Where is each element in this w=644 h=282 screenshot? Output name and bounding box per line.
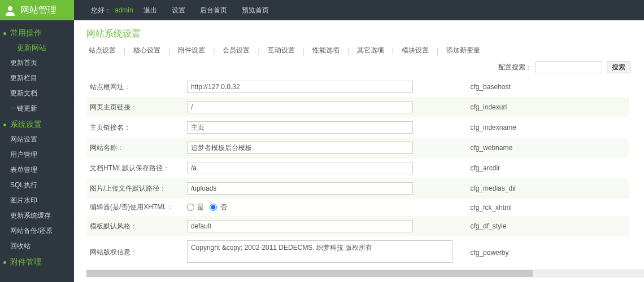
content-area: 网站系统设置 站点设置|核心设置|附件设置|会员设置|互动设置|性能选项|其它选… [74,20,644,282]
topbar-link[interactable]: 后台首页 [200,6,227,14]
config-text-input[interactable] [187,81,413,93]
config-text-input[interactable] [187,162,413,174]
sidebar-item[interactable]: 更新文档 [0,86,74,101]
config-key: cfg_indexname [467,117,629,138]
sidebar: 网站管理 常用操作更新网站更新首页更新栏目更新文档一键更新系统设置网站设置用户管… [0,0,74,282]
config-label: 网页主页链接： [86,97,184,117]
config-tabs: 站点设置|核心设置|附件设置|会员设置|互动设置|性能选项|其它选项|模块设置|… [86,46,644,55]
config-text-input[interactable] [187,101,413,113]
config-key: cfg_basehost [467,77,629,97]
search-button[interactable]: 搜索 [607,61,630,73]
config-label: 主页链接名： [86,117,184,138]
config-row: 模板默认风格：cfg_df_style [86,216,629,236]
config-tab[interactable]: 模块设置 [399,46,431,55]
config-key: cfg_indexurl [467,97,629,117]
config-key: cfg_df_style [467,216,629,236]
config-text-input[interactable] [187,142,413,154]
sidebar-item[interactable]: 回收站 [0,239,74,254]
sidebar-item[interactable]: 网站设置 [0,132,74,147]
config-label: 图片/上传文件默认路径： [86,178,184,199]
config-label: 网站版权信息： [86,236,184,268]
separator: | [297,47,310,55]
config-input-cell [184,138,467,158]
scrollbar-thumb[interactable] [86,270,533,277]
config-input-cell [184,77,467,97]
sidebar-category[interactable]: 常用操作 [0,25,74,41]
config-row: 主页链接名：cfg_indexname [86,117,629,138]
separator: | [431,47,444,55]
topbar-link[interactable]: 设置 [172,6,185,14]
config-label: 模板默认风格： [86,216,184,236]
config-row: 网站名称：cfg_webname [86,138,629,158]
separator: | [163,47,176,55]
config-key: cfg_arcdir [467,158,629,178]
config-row: 网站版权信息：cfg_powerby [86,236,629,268]
config-input-cell [184,158,467,178]
sidebar-item[interactable]: 表单管理 [0,162,74,178]
config-row: 网页主页链接：cfg_indexurl [86,97,629,117]
greeting-label: 您好： [91,6,111,15]
sidebar-header: 网站管理 [0,0,74,20]
config-tab[interactable]: 核心设置 [131,46,163,55]
config-row: 文档HTML默认保存路径：cfg_arcdir [86,158,629,178]
sidebar-category[interactable]: 系统设置 [0,116,74,132]
config-text-input[interactable] [187,182,413,195]
config-input-cell [184,178,467,199]
search-input[interactable] [536,61,602,73]
horizontal-scrollbar[interactable] [86,270,644,277]
config-textarea[interactable] [187,240,452,263]
config-tab[interactable]: 站点设置 [86,46,118,55]
config-key: cfg_powerby [467,236,629,268]
config-tab[interactable]: 互动设置 [266,46,297,55]
sidebar-item[interactable]: 更新栏目 [0,70,74,86]
config-label: 编辑器(是/否)使用XHTML： [86,199,184,216]
topbar-link[interactable]: 退出 [143,6,157,14]
radio-label[interactable]: 是 [187,203,204,211]
config-input-cell [184,236,467,268]
config-search-row: 配置搜索： 搜索 [86,61,644,73]
separator: | [386,47,399,55]
radio-input[interactable] [187,204,194,211]
user-icon [5,5,16,16]
config-input-cell [184,216,467,236]
sidebar-item[interactable]: 一键更新 [0,101,74,116]
config-tab[interactable]: 其它选项 [355,46,386,55]
config-label: 站点根网址： [86,77,184,97]
sidebar-item[interactable]: 网站备份/还原 [0,223,74,239]
config-label: 文档HTML默认保存路径： [86,158,184,178]
config-input-cell: 是 否 [184,199,467,216]
separator: | [252,47,265,55]
search-label: 配置搜索： [498,63,532,72]
config-key: cfg_webname [467,138,629,158]
config-text-input[interactable] [187,121,413,134]
sidebar-item[interactable]: SQL执行 [0,178,74,193]
separator: | [118,47,131,55]
config-text-input[interactable] [187,220,413,232]
sidebar-item[interactable]: 图片水印 [0,193,74,208]
page-title: 网站系统设置 [86,28,644,40]
separator: | [342,47,355,55]
topbar-link[interactable]: 预览首页 [242,6,269,14]
separator: | [207,47,220,55]
radio-label[interactable]: 否 [210,203,227,211]
config-key: cfg_fck_xhtml [467,199,629,216]
config-tab[interactable]: 附件设置 [176,46,207,55]
config-key: cfg_medias_dir [467,178,629,199]
sidebar-item[interactable]: 更新首页 [0,55,74,70]
config-tab[interactable]: 性能选项 [310,46,342,55]
sidebar-subcategory[interactable]: 更新网站 [0,41,74,55]
config-row: 站点根网址：cfg_basehost [86,77,629,97]
svg-point-0 [8,6,12,11]
sidebar-item[interactable]: 更新系统缓存 [0,208,74,223]
config-label: 网站名称： [86,138,184,158]
config-tab[interactable]: 添加新变量 [444,46,482,55]
config-row: 图片/上传文件默认路径：cfg_medias_dir [86,178,629,199]
sidebar-category[interactable]: 附件管理 [0,254,74,270]
sidebar-nav: 常用操作更新网站更新首页更新栏目更新文档一键更新系统设置网站设置用户管理表单管理… [0,20,74,274]
radio-input[interactable] [210,204,217,211]
sidebar-item[interactable]: 用户管理 [0,147,74,162]
sidebar-title: 网站管理 [20,5,56,16]
config-table: 站点根网址：cfg_basehost网页主页链接：cfg_indexurl主页链… [86,77,629,268]
topbar: 您好： admin 退出设置后台首页预览首页 [74,0,644,20]
config-tab[interactable]: 会员设置 [220,46,252,55]
